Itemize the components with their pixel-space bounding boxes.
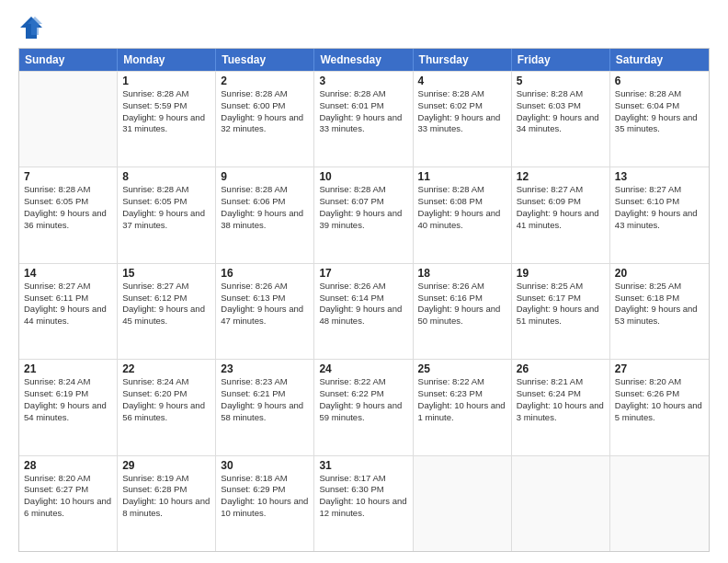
day-number: 15 [122, 267, 210, 280]
sunset-text: Sunset: 6:09 PM [517, 196, 605, 208]
calendar-week-row: 21Sunrise: 8:24 AMSunset: 6:19 PMDayligh… [19, 359, 709, 454]
sunset-text: Sunset: 6:04 PM [615, 100, 704, 112]
sunrise-text: Sunrise: 8:28 AM [319, 184, 407, 196]
calendar-cell: 13Sunrise: 8:27 AMSunset: 6:10 PMDayligh… [610, 167, 709, 262]
sunrise-text: Sunrise: 8:25 AM [517, 281, 605, 293]
calendar-cell: 12Sunrise: 8:27 AMSunset: 6:09 PMDayligh… [512, 167, 610, 262]
sunrise-text: Sunrise: 8:23 AM [221, 376, 309, 388]
day-number: 7 [24, 170, 112, 183]
calendar-cell: 3Sunrise: 8:28 AMSunset: 6:01 PMDaylight… [314, 72, 413, 167]
day-number: 19 [517, 267, 605, 280]
calendar-cell: 27Sunrise: 8:20 AMSunset: 6:26 PMDayligh… [610, 360, 709, 454]
sunrise-text: Sunrise: 8:18 AM [221, 473, 309, 485]
daylight-text: Daylight: 9 hours and 50 minutes. [418, 304, 506, 327]
calendar-cell: 20Sunrise: 8:25 AMSunset: 6:18 PMDayligh… [610, 264, 709, 359]
sunset-text: Sunset: 6:22 PM [319, 388, 407, 400]
calendar-cell: 7Sunrise: 8:28 AMSunset: 6:05 PMDaylight… [19, 167, 118, 262]
daylight-text: Daylight: 9 hours and 53 minutes. [615, 304, 704, 327]
sunrise-text: Sunrise: 8:26 AM [319, 281, 407, 293]
sunset-text: Sunset: 6:12 PM [122, 293, 210, 304]
calendar: SundayMondayTuesdayWednesdayThursdayFrid… [18, 48, 710, 552]
daylight-text: Daylight: 9 hours and 58 minutes. [221, 400, 309, 424]
calendar-header-day: Wednesday [314, 49, 413, 71]
daylight-text: Daylight: 9 hours and 32 minutes. [221, 112, 309, 136]
calendar-week-row: 1Sunrise: 8:28 AMSunset: 5:59 PMDaylight… [19, 71, 709, 167]
calendar-cell: 21Sunrise: 8:24 AMSunset: 6:19 PMDayligh… [19, 360, 118, 454]
daylight-text: Daylight: 9 hours and 41 minutes. [517, 208, 605, 232]
daylight-text: Daylight: 10 hours and 5 minutes. [615, 400, 704, 424]
sunrise-text: Sunrise: 8:21 AM [517, 376, 605, 388]
calendar-cell [414, 456, 512, 551]
sunrise-text: Sunrise: 8:20 AM [24, 473, 112, 485]
sunrise-text: Sunrise: 8:28 AM [418, 184, 506, 196]
day-number: 16 [221, 267, 309, 280]
sunrise-text: Sunrise: 8:20 AM [615, 376, 704, 388]
sunset-text: Sunset: 6:26 PM [615, 388, 704, 400]
daylight-text: Daylight: 9 hours and 47 minutes. [221, 304, 309, 327]
sunrise-text: Sunrise: 8:28 AM [122, 88, 210, 100]
calendar-cell: 31Sunrise: 8:17 AMSunset: 6:30 PMDayligh… [314, 456, 413, 551]
calendar-cell: 15Sunrise: 8:27 AMSunset: 6:12 PMDayligh… [118, 264, 216, 359]
day-number: 6 [615, 75, 704, 87]
calendar-cell: 5Sunrise: 8:28 AMSunset: 6:03 PMDaylight… [512, 72, 610, 167]
day-number: 1 [122, 75, 210, 87]
calendar-cell: 19Sunrise: 8:25 AMSunset: 6:17 PMDayligh… [512, 264, 610, 359]
sunrise-text: Sunrise: 8:27 AM [517, 184, 605, 196]
sunset-text: Sunset: 6:16 PM [418, 293, 506, 304]
day-number: 2 [221, 75, 309, 87]
day-number: 26 [517, 362, 605, 375]
daylight-text: Daylight: 9 hours and 54 minutes. [24, 400, 112, 424]
sunrise-text: Sunrise: 8:28 AM [221, 88, 309, 100]
day-number: 24 [319, 362, 407, 375]
calendar-header-day: Friday [512, 49, 610, 71]
day-number: 21 [24, 362, 112, 375]
calendar-week-row: 28Sunrise: 8:20 AMSunset: 6:27 PMDayligh… [19, 455, 709, 551]
calendar-cell: 18Sunrise: 8:26 AMSunset: 6:16 PMDayligh… [414, 264, 512, 359]
sunset-text: Sunset: 6:05 PM [24, 196, 112, 208]
calendar-cell: 10Sunrise: 8:28 AMSunset: 6:07 PMDayligh… [314, 167, 413, 262]
daylight-text: Daylight: 9 hours and 48 minutes. [319, 304, 407, 327]
day-number: 3 [319, 75, 407, 87]
daylight-text: Daylight: 9 hours and 45 minutes. [122, 304, 210, 327]
calendar-cell: 1Sunrise: 8:28 AMSunset: 5:59 PMDaylight… [118, 72, 216, 167]
calendar-week-row: 14Sunrise: 8:27 AMSunset: 6:11 PMDayligh… [19, 263, 709, 359]
sunrise-text: Sunrise: 8:24 AM [122, 376, 210, 388]
daylight-text: Daylight: 9 hours and 38 minutes. [221, 208, 309, 232]
calendar-cell: 24Sunrise: 8:22 AMSunset: 6:22 PMDayligh… [314, 360, 413, 454]
sunrise-text: Sunrise: 8:19 AM [122, 473, 210, 485]
sunrise-text: Sunrise: 8:28 AM [615, 88, 704, 100]
sunrise-text: Sunrise: 8:28 AM [24, 184, 112, 196]
calendar-cell: 30Sunrise: 8:18 AMSunset: 6:29 PMDayligh… [216, 456, 314, 551]
calendar-cell: 26Sunrise: 8:21 AMSunset: 6:24 PMDayligh… [512, 360, 610, 454]
day-number: 14 [24, 267, 112, 280]
calendar-cell: 9Sunrise: 8:28 AMSunset: 6:06 PMDaylight… [216, 167, 314, 262]
sunrise-text: Sunrise: 8:17 AM [319, 473, 407, 485]
day-number: 30 [221, 459, 309, 472]
sunset-text: Sunset: 6:05 PM [122, 196, 210, 208]
calendar-cell: 4Sunrise: 8:28 AMSunset: 6:02 PMDaylight… [414, 72, 512, 167]
sunrise-text: Sunrise: 8:24 AM [24, 376, 112, 388]
sunset-text: Sunset: 6:06 PM [221, 196, 309, 208]
sunset-text: Sunset: 6:30 PM [319, 484, 407, 496]
day-number: 18 [418, 267, 506, 280]
sunrise-text: Sunrise: 8:28 AM [418, 88, 506, 100]
sunrise-text: Sunrise: 8:28 AM [221, 184, 309, 196]
sunset-text: Sunset: 6:18 PM [615, 293, 704, 304]
calendar-body: 1Sunrise: 8:28 AMSunset: 5:59 PMDaylight… [19, 71, 709, 551]
sunrise-text: Sunrise: 8:28 AM [122, 184, 210, 196]
calendar-cell: 6Sunrise: 8:28 AMSunset: 6:04 PMDaylight… [610, 72, 709, 167]
sunset-text: Sunset: 6:10 PM [615, 196, 704, 208]
calendar-cell: 8Sunrise: 8:28 AMSunset: 6:05 PMDaylight… [118, 167, 216, 262]
calendar-header-day: Sunday [19, 49, 118, 71]
day-number: 13 [615, 170, 704, 183]
day-number: 23 [221, 362, 309, 375]
daylight-text: Daylight: 9 hours and 33 minutes. [418, 112, 506, 136]
page: SundayMondayTuesdayWednesdayThursdayFrid… [0, 0, 728, 563]
sunrise-text: Sunrise: 8:25 AM [615, 281, 704, 293]
sunrise-text: Sunrise: 8:22 AM [418, 376, 506, 388]
sunrise-text: Sunrise: 8:28 AM [517, 88, 605, 100]
sunset-text: Sunset: 6:28 PM [122, 484, 210, 496]
sunset-text: Sunset: 6:17 PM [517, 293, 605, 304]
sunset-text: Sunset: 6:00 PM [221, 100, 309, 112]
day-number: 10 [319, 170, 407, 183]
